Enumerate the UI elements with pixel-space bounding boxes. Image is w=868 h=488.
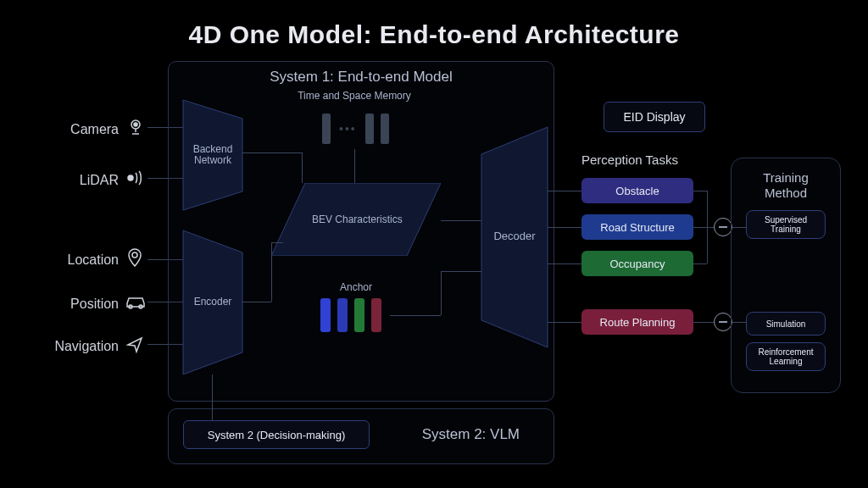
block-supervised-training: Supervised Training <box>746 210 826 239</box>
input-label-camera: Camera <box>17 122 119 137</box>
input-label-navigation: Navigation <box>17 339 119 354</box>
ellipsis-icon: ••• <box>337 122 359 136</box>
car-icon <box>124 293 147 313</box>
eid-display-label: EID Display <box>623 110 685 124</box>
minus-icon <box>714 313 732 331</box>
memory-bar <box>365 114 374 144</box>
input-label-location: Location <box>17 252 119 268</box>
block-bev: BEV Characteristics <box>271 183 441 259</box>
task-road-structure: Road Structure <box>581 214 693 240</box>
page-title: 4D One Model: End-to-end Architecture <box>0 20 868 49</box>
anchor-bars <box>320 298 381 332</box>
camera-icon <box>125 117 146 141</box>
memory-bar <box>322 114 331 144</box>
encoder-label: Encoder <box>188 297 237 308</box>
anchor-bar <box>337 298 348 332</box>
anchor-bar <box>354 298 364 332</box>
svg-point-1 <box>134 123 137 126</box>
svg-point-3 <box>132 252 137 258</box>
svg-point-2 <box>128 175 133 180</box>
lidar-icon <box>125 169 146 190</box>
panel-system-1-title: System 1: End-to-end Model <box>169 69 554 86</box>
block-decoder: Decoder <box>481 127 548 351</box>
task-obstacle: Obstacle <box>581 178 693 203</box>
diagram-stage: 4D One Model: End-to-end Architecture Ca… <box>0 0 868 488</box>
block-backend-network: Backend Network <box>183 100 242 214</box>
block-eid-display: EID Display <box>604 102 705 132</box>
task-route-planning: Route Planning <box>581 309 693 335</box>
panel-system-2-title: System 2: VLM <box>422 426 520 443</box>
decoder-label: Decoder <box>493 230 536 242</box>
memory-label: Time and Space Memory <box>278 90 431 102</box>
decision-making-label: System 2 (Decision-making) <box>208 429 346 441</box>
anchor-bar <box>320 298 331 332</box>
perception-tasks-header: Perception Tasks <box>581 152 678 167</box>
memory-bars: ••• <box>322 114 389 144</box>
navigation-arrow-icon <box>125 336 144 358</box>
backend-network-label: Backend Network <box>188 144 237 166</box>
block-reinforcement-learning: Reinforcement Learning <box>746 342 826 371</box>
memory-bar <box>381 114 389 144</box>
anchor-bar <box>371 298 381 332</box>
input-label-position: Position <box>17 297 119 312</box>
minus-icon <box>714 218 732 236</box>
location-pin-icon <box>125 247 144 273</box>
task-occupancy: Occupancy <box>581 251 693 276</box>
input-label-lidar: LiDAR <box>17 173 119 188</box>
block-simulation: Simulation <box>746 312 826 336</box>
block-encoder: Encoder <box>183 230 242 378</box>
block-decision-making: System 2 (Decision-making) <box>183 420 370 449</box>
training-method-header: Training Method <box>732 170 840 201</box>
anchor-label: Anchor <box>314 281 398 293</box>
bev-label: BEV Characteristics <box>312 214 403 225</box>
